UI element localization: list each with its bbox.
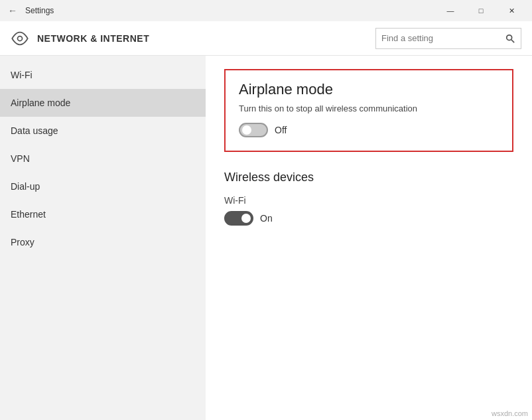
sidebar-item-wifi[interactable]: Wi-Fi xyxy=(0,61,206,89)
wifi-toggle-row: On xyxy=(224,211,513,226)
app-header: NETWORK & INTERNET xyxy=(0,21,532,56)
titlebar-left: ← Settings xyxy=(5,3,54,19)
search-box[interactable] xyxy=(375,28,521,49)
titlebar: ← Settings — □ ✕ xyxy=(0,0,532,21)
airplane-toggle-label: Off xyxy=(275,125,287,135)
close-button[interactable]: ✕ xyxy=(496,0,527,21)
wifi-toggle[interactable] xyxy=(224,211,253,226)
app-title: NETWORK & INTERNET xyxy=(37,33,149,44)
sidebar: Wi-Fi Airplane mode Data usage VPN Dial-… xyxy=(0,56,206,420)
airplane-toggle-row: Off xyxy=(239,123,499,137)
sidebar-item-proxy[interactable]: Proxy xyxy=(0,228,206,256)
airplane-mode-desc: Turn this on to stop all wireless commun… xyxy=(239,104,499,113)
wireless-section: Wireless devices Wi-Fi On xyxy=(224,171,513,226)
network-icon xyxy=(11,29,29,48)
wireless-devices-title: Wireless devices xyxy=(224,171,513,184)
back-button[interactable]: ← xyxy=(5,3,20,19)
search-icon[interactable] xyxy=(499,28,521,49)
sidebar-item-vpn[interactable]: VPN xyxy=(0,145,206,173)
sidebar-item-ethernet[interactable]: Ethernet xyxy=(0,200,206,228)
svg-point-0 xyxy=(18,36,23,40)
watermark: wsxdn.com xyxy=(492,409,528,417)
sidebar-item-airplane[interactable]: Airplane mode xyxy=(0,89,206,117)
airplane-toggle-track xyxy=(239,123,268,137)
wifi-device-label: Wi-Fi xyxy=(224,195,513,206)
sidebar-item-dial-up[interactable]: Dial-up xyxy=(0,173,206,200)
search-input[interactable] xyxy=(376,33,499,43)
wifi-toggle-track xyxy=(224,211,253,226)
content-area: Airplane mode Turn this on to stop all w… xyxy=(206,56,532,420)
airplane-toggle-thumb xyxy=(242,125,251,135)
titlebar-controls: — □ ✕ xyxy=(435,0,527,21)
svg-point-1 xyxy=(507,35,512,40)
main-layout: Wi-Fi Airplane mode Data usage VPN Dial-… xyxy=(0,56,532,420)
airplane-toggle[interactable] xyxy=(239,123,268,137)
wifi-toggle-thumb xyxy=(241,214,251,223)
sidebar-item-data-usage[interactable]: Data usage xyxy=(0,117,206,145)
airplane-mode-section: Airplane mode Turn this on to stop all w… xyxy=(224,69,513,152)
airplane-mode-title: Airplane mode xyxy=(239,81,499,98)
header-left: NETWORK & INTERNET xyxy=(11,29,149,48)
titlebar-title: Settings xyxy=(25,6,54,15)
minimize-button[interactable]: — xyxy=(435,0,466,21)
svg-line-2 xyxy=(511,39,514,42)
maximize-button[interactable]: □ xyxy=(466,0,496,21)
wifi-toggle-label: On xyxy=(260,213,273,224)
